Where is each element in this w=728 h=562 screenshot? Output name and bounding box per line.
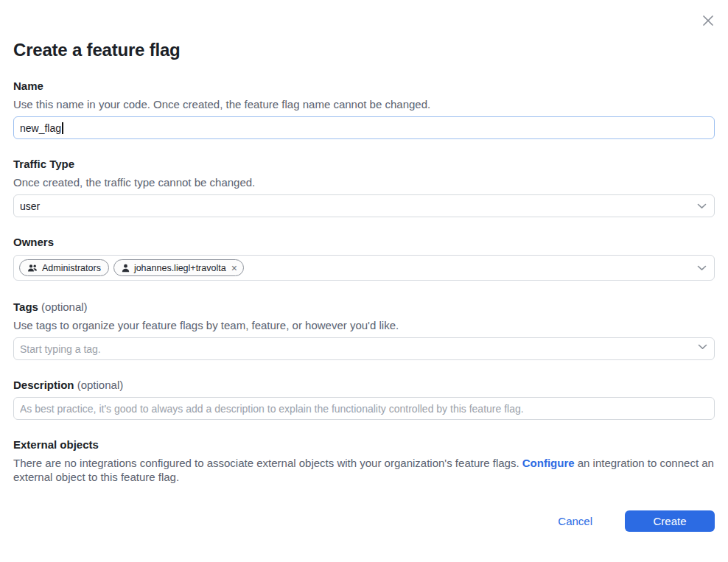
external-objects-text: There are no integrations configured to … xyxy=(13,457,715,484)
name-input[interactable]: new_flag xyxy=(13,116,715,139)
owners-chip-list: Administrators johannes.liegl+travolta × xyxy=(19,259,244,276)
name-input-value: new_flag xyxy=(20,122,61,134)
traffic-type-help-text: Once created, the traffic type cannot be… xyxy=(13,176,715,189)
chevron-down-icon xyxy=(697,203,707,209)
create-button[interactable]: Create xyxy=(625,510,715,532)
owner-chip-label: johannes.liegl+travolta xyxy=(134,263,226,273)
traffic-type-select[interactable]: user xyxy=(13,194,715,217)
description-label: Description (optional) xyxy=(13,379,715,391)
tags-help-text: Use tags to organize your feature flags … xyxy=(13,319,715,332)
external-objects-label: External objects xyxy=(13,438,715,451)
tags-label: Tags (optional) xyxy=(13,301,715,313)
owner-chip-user: johannes.liegl+travolta × xyxy=(113,259,244,276)
name-label: Name xyxy=(13,80,715,92)
modal-footer: Cancel Create xyxy=(558,510,715,532)
description-optional-label: (optional) xyxy=(77,379,124,391)
traffic-type-label: Traffic Type xyxy=(13,158,715,170)
traffic-type-value: user xyxy=(20,200,40,212)
person-icon xyxy=(122,264,130,273)
close-icon xyxy=(701,13,715,28)
text-caret xyxy=(62,122,63,134)
owner-chip-label: Administrators xyxy=(42,263,101,273)
create-feature-flag-modal: Create a feature flag Name Use this name… xyxy=(0,0,728,562)
description-input[interactable] xyxy=(13,397,715,420)
chevron-down-icon xyxy=(697,265,707,271)
page-title: Create a feature flag xyxy=(13,0,715,60)
configure-link[interactable]: Configure xyxy=(522,457,575,469)
group-icon xyxy=(27,264,38,273)
cancel-button[interactable]: Cancel xyxy=(558,515,592,527)
name-help-text: Use this name in your code. Once created… xyxy=(13,98,715,111)
owner-chip-administrators: Administrators xyxy=(19,259,109,276)
tags-select xyxy=(13,337,715,360)
remove-icon[interactable]: × xyxy=(231,263,237,273)
owners-label: Owners xyxy=(13,236,715,248)
tags-optional-label: (optional) xyxy=(41,301,88,313)
tags-input[interactable] xyxy=(13,337,715,360)
owners-select[interactable]: Administrators johannes.liegl+travolta × xyxy=(13,255,715,281)
close-button[interactable] xyxy=(700,13,716,29)
